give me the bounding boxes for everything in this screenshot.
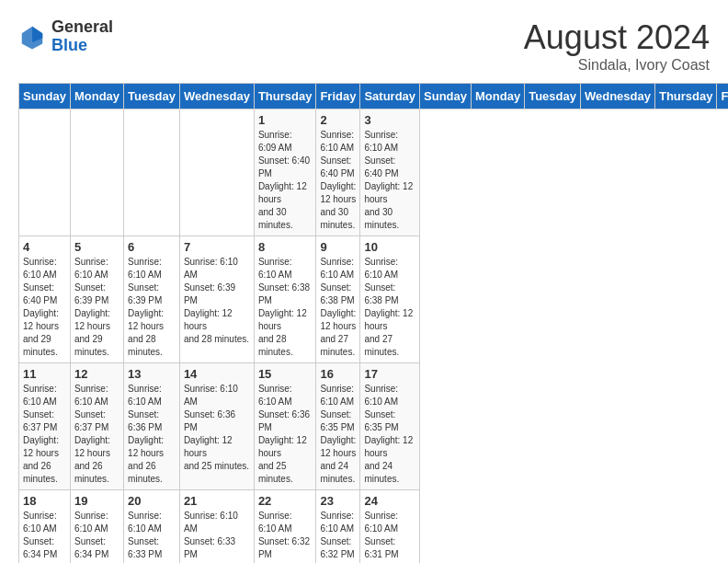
day-cell: 10Sunrise: 6:10 AM Sunset: 6:38 PM Dayli… [360, 236, 420, 363]
day-header-monday: Monday [70, 84, 123, 109]
day-cell [179, 109, 254, 236]
logo-general-text: General [51, 18, 113, 37]
day-number: 24 [364, 494, 415, 508]
page-header: General Blue August 2024 Sindala, Ivory … [18, 18, 710, 74]
day-cell: 16Sunrise: 6:10 AM Sunset: 6:35 PM Dayli… [316, 363, 360, 490]
day-header-tuesday: Tuesday [525, 84, 581, 109]
calendar-header-row: SundayMondayTuesdayWednesdayThursdayFrid… [19, 84, 729, 109]
day-number: 17 [364, 367, 415, 381]
logo-icon [18, 23, 46, 51]
day-header-thursday: Thursday [254, 84, 316, 109]
day-info: Sunrise: 6:10 AM Sunset: 6:37 PM Dayligh… [74, 383, 119, 486]
day-header-sunday: Sunday [420, 84, 472, 109]
day-cell: 2Sunrise: 6:10 AM Sunset: 6:40 PM Daylig… [316, 109, 360, 236]
day-cell [70, 109, 123, 236]
day-cell: 4Sunrise: 6:10 AM Sunset: 6:40 PM Daylig… [19, 236, 71, 363]
day-info: Sunrise: 6:10 AM Sunset: 6:34 PM Dayligh… [74, 510, 119, 563]
day-info: Sunrise: 6:10 AM Sunset: 6:40 PM Dayligh… [320, 129, 356, 232]
day-number: 5 [74, 240, 119, 254]
day-cell: 18Sunrise: 6:10 AM Sunset: 6:34 PM Dayli… [19, 490, 71, 564]
day-info: Sunrise: 6:10 AM Sunset: 6:40 PM Dayligh… [364, 129, 415, 232]
day-cell: 24Sunrise: 6:10 AM Sunset: 6:31 PM Dayli… [360, 490, 420, 564]
day-info: Sunrise: 6:10 AM Sunset: 6:34 PM Dayligh… [23, 510, 66, 563]
day-info: Sunrise: 6:10 AM Sunset: 6:36 PM Dayligh… [128, 383, 176, 486]
day-cell: 20Sunrise: 6:10 AM Sunset: 6:33 PM Dayli… [124, 490, 180, 564]
day-number: 10 [364, 240, 415, 254]
calendar-table: SundayMondayTuesdayWednesdayThursdayFrid… [18, 83, 728, 563]
day-info: Sunrise: 6:10 AM Sunset: 6:38 PM Dayligh… [364, 256, 415, 359]
day-info: Sunrise: 6:10 AM Sunset: 6:38 PM Dayligh… [320, 256, 356, 359]
day-number: 1 [258, 113, 313, 127]
day-number: 7 [184, 240, 250, 254]
week-row-2: 4Sunrise: 6:10 AM Sunset: 6:40 PM Daylig… [19, 236, 729, 363]
location-subtitle: Sindala, Ivory Coast [524, 57, 710, 74]
day-cell: 14Sunrise: 6:10 AM Sunset: 6:36 PM Dayli… [179, 363, 254, 490]
day-cell: 19Sunrise: 6:10 AM Sunset: 6:34 PM Dayli… [70, 490, 123, 564]
day-info: Sunrise: 6:10 AM Sunset: 6:33 PM Dayligh… [128, 510, 176, 563]
day-number: 6 [128, 240, 176, 254]
week-row-1: 1Sunrise: 6:09 AM Sunset: 6:40 PM Daylig… [19, 109, 729, 236]
day-number: 13 [128, 367, 176, 381]
day-number: 15 [258, 367, 313, 381]
day-number: 18 [23, 494, 66, 508]
day-info: Sunrise: 6:10 AM Sunset: 6:38 PM Dayligh… [258, 256, 313, 359]
day-info: Sunrise: 6:10 AM Sunset: 6:32 PM Dayligh… [258, 510, 313, 563]
month-title: August 2024 [524, 18, 710, 57]
day-number: 22 [258, 494, 313, 508]
logo-blue-text: Blue [51, 37, 113, 55]
day-number: 11 [23, 367, 66, 381]
day-info: Sunrise: 6:10 AM Sunset: 6:39 PM Dayligh… [128, 256, 176, 359]
day-cell: 7Sunrise: 6:10 AM Sunset: 6:39 PM Daylig… [179, 236, 254, 363]
day-header-friday: Friday [316, 84, 360, 109]
week-row-3: 11Sunrise: 6:10 AM Sunset: 6:37 PM Dayli… [19, 363, 729, 490]
day-number: 14 [184, 367, 250, 381]
day-number: 20 [128, 494, 176, 508]
day-header-tuesday: Tuesday [124, 84, 180, 109]
day-cell: 17Sunrise: 6:10 AM Sunset: 6:35 PM Dayli… [360, 363, 420, 490]
day-cell: 13Sunrise: 6:10 AM Sunset: 6:36 PM Dayli… [124, 363, 180, 490]
day-header-sunday: Sunday [19, 84, 71, 109]
day-info: Sunrise: 6:10 AM Sunset: 6:39 PM Dayligh… [74, 256, 119, 359]
day-info: Sunrise: 6:10 AM Sunset: 6:35 PM Dayligh… [364, 383, 415, 486]
day-cell: 12Sunrise: 6:10 AM Sunset: 6:37 PM Dayli… [70, 363, 123, 490]
day-number: 8 [258, 240, 313, 254]
day-info: Sunrise: 6:10 AM Sunset: 6:33 PM Dayligh… [184, 510, 250, 563]
day-info: Sunrise: 6:10 AM Sunset: 6:36 PM Dayligh… [184, 383, 250, 473]
day-cell: 8Sunrise: 6:10 AM Sunset: 6:38 PM Daylig… [254, 236, 316, 363]
day-number: 2 [320, 113, 356, 127]
day-cell: 22Sunrise: 6:10 AM Sunset: 6:32 PM Dayli… [254, 490, 316, 564]
day-cell: 23Sunrise: 6:10 AM Sunset: 6:32 PM Dayli… [316, 490, 360, 564]
logo-text: General Blue [51, 18, 113, 55]
day-number: 4 [23, 240, 66, 254]
day-number: 23 [320, 494, 356, 508]
day-info: Sunrise: 6:10 AM Sunset: 6:39 PM Dayligh… [184, 256, 250, 346]
day-cell: 15Sunrise: 6:10 AM Sunset: 6:36 PM Dayli… [254, 363, 316, 490]
day-info: Sunrise: 6:09 AM Sunset: 6:40 PM Dayligh… [258, 129, 313, 232]
week-row-4: 18Sunrise: 6:10 AM Sunset: 6:34 PM Dayli… [19, 490, 729, 564]
day-cell: 6Sunrise: 6:10 AM Sunset: 6:39 PM Daylig… [124, 236, 180, 363]
day-number: 3 [364, 113, 415, 127]
day-cell: 5Sunrise: 6:10 AM Sunset: 6:39 PM Daylig… [70, 236, 123, 363]
day-number: 16 [320, 367, 356, 381]
day-info: Sunrise: 6:10 AM Sunset: 6:31 PM Dayligh… [364, 510, 415, 563]
title-section: August 2024 Sindala, Ivory Coast [524, 18, 710, 74]
day-number: 9 [320, 240, 356, 254]
day-info: Sunrise: 6:10 AM Sunset: 6:35 PM Dayligh… [320, 383, 356, 486]
day-header-thursday: Thursday [654, 84, 717, 109]
day-number: 21 [184, 494, 250, 508]
day-info: Sunrise: 6:10 AM Sunset: 6:40 PM Dayligh… [23, 256, 66, 359]
logo: General Blue [18, 18, 113, 55]
day-info: Sunrise: 6:10 AM Sunset: 6:32 PM Dayligh… [320, 510, 356, 563]
day-cell: 9Sunrise: 6:10 AM Sunset: 6:38 PM Daylig… [316, 236, 360, 363]
day-cell [124, 109, 180, 236]
day-header-friday: Friday [717, 84, 728, 109]
day-header-wednesday: Wednesday [179, 84, 254, 109]
day-cell [19, 109, 71, 236]
day-header-monday: Monday [472, 84, 525, 109]
day-cell: 1Sunrise: 6:09 AM Sunset: 6:40 PM Daylig… [254, 109, 316, 236]
day-number: 19 [74, 494, 119, 508]
day-cell: 21Sunrise: 6:10 AM Sunset: 6:33 PM Dayli… [179, 490, 254, 564]
day-header-saturday: Saturday [360, 84, 420, 109]
day-info: Sunrise: 6:10 AM Sunset: 6:37 PM Dayligh… [23, 383, 66, 486]
day-header-wednesday: Wednesday [580, 84, 654, 109]
